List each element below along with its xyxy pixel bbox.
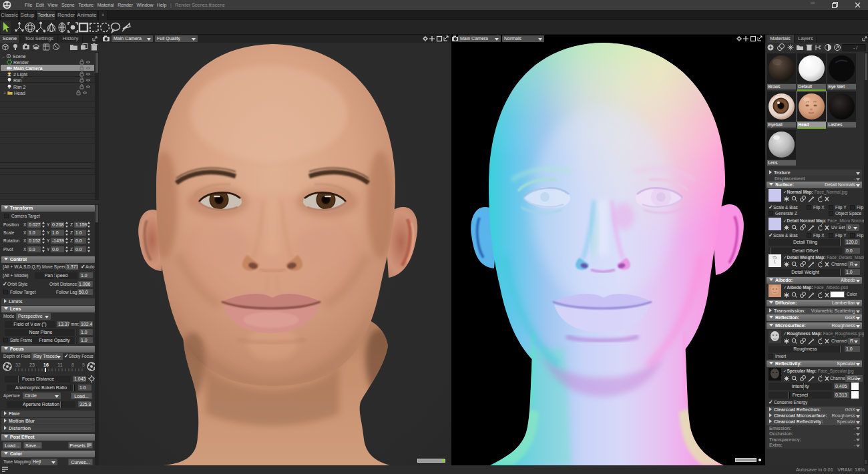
svg-text:32: 32 bbox=[15, 363, 21, 367]
svg-text:8: 8 bbox=[71, 363, 74, 367]
svg-text:23: 23 bbox=[29, 363, 35, 367]
svg-text:- /: - / bbox=[853, 45, 857, 50]
svg-text:5: 5 bbox=[82, 363, 85, 367]
svg-text:16: 16 bbox=[43, 363, 49, 367]
svg-text:11: 11 bbox=[57, 363, 62, 367]
